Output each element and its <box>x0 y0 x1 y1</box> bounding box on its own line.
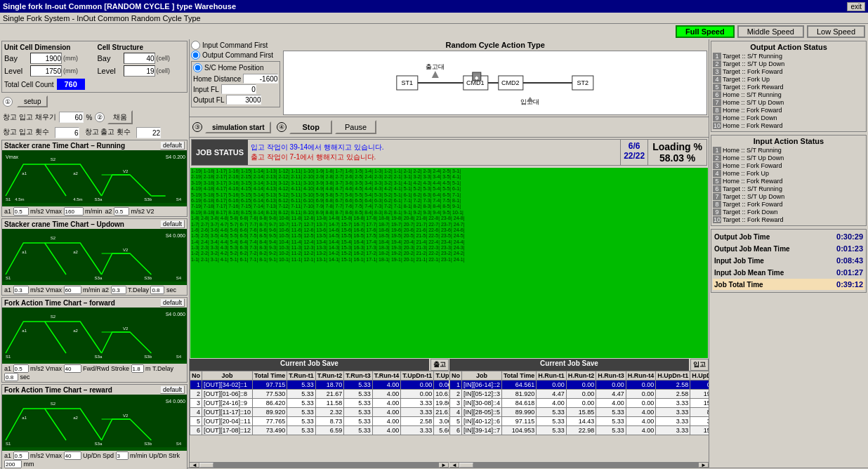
exit-button[interactable]: exit <box>847 2 865 11</box>
cell-bay-input[interactable] <box>124 53 155 64</box>
cell-level-input[interactable] <box>124 65 155 77</box>
svg-text:a1: a1 <box>22 416 27 420</box>
svg-text:CMD2: CMD2 <box>501 79 520 86</box>
out-table-row[interactable]: 1[OUT][34-02]::197.7155.3318.705.334.000… <box>190 381 449 390</box>
radio-output-first[interactable]: Output Command First <box>191 51 280 60</box>
out-table-row[interactable]: 3[OUT][24-16]::986.4205.3311.585.334.003… <box>190 399 449 408</box>
chart-updown-params: a1 m/s2 Vmax m/min a2 T.Delay sec <box>2 285 187 295</box>
home-section: S/C Home Position Home Distance Input FL… <box>191 61 280 107</box>
home-section-title: S/C Home Position <box>204 64 263 72</box>
in-table-row[interactable]: 3[IN][30-08]::484.6184.000.004.000.003.3… <box>450 399 709 408</box>
in-table-hscroll[interactable]: ◄ ► <box>449 462 709 468</box>
low-speed-button[interactable]: Low Speed <box>807 25 865 38</box>
menu-text: Single Fork System - InOut Common Random… <box>3 14 201 22</box>
setup-button[interactable]: setup <box>17 95 48 107</box>
action-text: Target :: Fork Foward <box>723 201 864 208</box>
bay-label: Bay <box>4 54 29 62</box>
cycle-title: Random Cycle Action Type <box>283 41 707 49</box>
action-num: 7 <box>713 99 721 106</box>
input-action-row: 8Target :: Fork Foward <box>713 201 864 208</box>
svg-text:S3b: S3b <box>144 442 152 446</box>
out-table-row[interactable]: 5[OUT][20-04]::1177.7655.338.735.334.002… <box>190 417 449 426</box>
svg-text:S4: S4 <box>176 197 182 202</box>
chart-forward: Fork Action Time Chart – forward default… <box>1 297 188 383</box>
out-table-row[interactable]: 6[OUT][17-08]::1273.4905.336.595.334.003… <box>190 426 449 435</box>
in-col-r1: H.Run-t1 <box>537 371 567 381</box>
input-fl-input[interactable] <box>221 84 256 94</box>
in-table-row[interactable]: 2[IN][05-12]::381.9204.470.004.470.002.5… <box>450 390 709 399</box>
middle-panel: Input Command First Output Command First… <box>190 39 709 468</box>
svg-text:S4 0.060: S4 0.060 <box>166 233 185 238</box>
home-dist-input[interactable] <box>243 74 278 84</box>
in-table-row[interactable]: 1[IN][06-14]::264.5610.000.000.000.002.5… <box>450 381 709 390</box>
action-text: Home :: S/T Running <box>723 147 864 154</box>
svg-rect-25 <box>2 308 187 360</box>
in-table-row[interactable]: 4[IN][28-05]::589.9905.3315.855.334.003.… <box>450 408 709 417</box>
svg-text:S2: S2 <box>51 157 56 161</box>
action-num: 5 <box>713 178 721 185</box>
fill-circle: ② <box>95 112 105 122</box>
job-status-messages: 입고 작업이 39-14에서 행해지고 있습니다. 출고 작업이 7-1에서 행… <box>248 140 620 165</box>
chart-reward-default[interactable]: default <box>160 385 185 394</box>
grid-row-9: 1-8| 2-8| 3-8| 4-8| 5-8| 6-8| 7-8| 8-8| … <box>191 216 707 221</box>
full-speed-button[interactable]: Full Speed <box>676 25 735 38</box>
out-table-scroll[interactable]: No Job Total Time T.Run-t1 T.Run-t2 T.Ru… <box>190 371 449 462</box>
in-scroll-right[interactable]: ► <box>699 463 709 468</box>
pause-button[interactable]: Pause <box>335 120 376 134</box>
chart-updown-default[interactable]: default <box>160 220 185 228</box>
chart-forward-default[interactable]: default <box>160 298 185 307</box>
out-table-row[interactable]: 2[OUT][01-06]::877.5305.3321.675.334.000… <box>190 390 449 399</box>
out-table-row[interactable]: 4[OUT][11-17]::1089.9205.332.325.334.003… <box>190 408 449 417</box>
out-table-hscroll[interactable]: ◄ ► <box>190 462 449 468</box>
sim-start-button[interactable]: simulation start <box>205 121 271 133</box>
svg-text:a2: a2 <box>73 171 78 176</box>
grid-cells: 1-19| 1-18| 1-17| 1-16| 1-15| 1-14| 1-13… <box>190 168 708 358</box>
action-text: Target :: Fork Reward <box>723 84 864 91</box>
output-fl-input[interactable] <box>226 95 261 105</box>
chart-running-canvas: Vmax S4 0.200 S1 a1 S2 a2 S3a V2 S3b S4 <box>2 150 187 206</box>
action-num: 3 <box>713 162 721 169</box>
out-col-ud1: T.UpDn-t1 <box>401 371 434 381</box>
out-scroll-right[interactable]: ► <box>439 463 449 468</box>
out-scroll-left[interactable]: ◄ <box>190 463 199 468</box>
chart-running-params: a1 m/s2 Vmax m/min a2 m/s2 V2 <box>2 206 187 216</box>
out-count-input[interactable] <box>136 127 161 138</box>
svg-text:S4: S4 <box>176 442 182 446</box>
output-action-row: 9Home :: Fork Down <box>713 114 864 121</box>
chart-running-default[interactable]: default <box>160 141 185 150</box>
setup-row: ① setup <box>1 94 188 109</box>
action-text: Target :: Fork Up <box>723 76 864 83</box>
output-fl-label: Output FL <box>193 96 224 104</box>
bay-unit: (mm) <box>63 55 78 62</box>
in-table-scroll[interactable]: No Job Total Time H.Run-t1 H.Run-t2 H.Ru… <box>449 371 709 462</box>
fill-rate-input[interactable] <box>59 112 84 123</box>
in-scroll-left[interactable]: ◄ <box>449 463 459 468</box>
level-value-input[interactable] <box>30 65 62 77</box>
svg-rect-0 <box>2 150 187 203</box>
in-col-no: No <box>450 371 462 381</box>
in-table-header: Current Job Save 입고 <box>449 359 709 371</box>
stop-button[interactable]: Stop <box>289 120 331 134</box>
in-table-row[interactable]: 5[IN][40-12]::697.1155.3314.435.334.003.… <box>450 417 709 426</box>
fill-button[interactable]: 채움 <box>107 110 133 124</box>
radio-input-first-label: Input Command First <box>202 41 268 49</box>
grid-row-15: 1-2| 2-2| 3-2| 4-2| 5-2| 6-2| 7-2| 8-2| … <box>191 251 707 256</box>
middle-speed-button[interactable]: Middle Speed <box>737 25 804 38</box>
chart-forward-title: Fork Action Time Chart – forward <box>4 299 115 307</box>
home-radio[interactable] <box>193 63 202 72</box>
total-cell-value: 760 <box>57 79 85 90</box>
in-count-input[interactable] <box>55 127 79 138</box>
radio-output-first-input[interactable] <box>191 51 200 60</box>
radio-input-first-input[interactable] <box>191 41 200 50</box>
in-scroll-thumb <box>459 463 473 468</box>
job-count-1: 6/6 <box>624 141 645 151</box>
top-controls: Input Command First Output Command First… <box>190 39 709 117</box>
bay-value-input[interactable] <box>30 53 62 64</box>
action-text: Home :: S/T Up Down <box>723 99 864 106</box>
out-col-r3: T.Run-t3 <box>344 371 373 381</box>
action-text: Target :: Fork Reward <box>723 216 864 223</box>
radio-input-first[interactable]: Input Command First <box>191 41 280 50</box>
time-stat-label: Output Job Time <box>714 233 770 241</box>
svg-rect-14 <box>2 229 187 282</box>
in-table-row[interactable]: 6[IN][39-14]::7104.9535.3322.985.334.003… <box>450 426 709 435</box>
